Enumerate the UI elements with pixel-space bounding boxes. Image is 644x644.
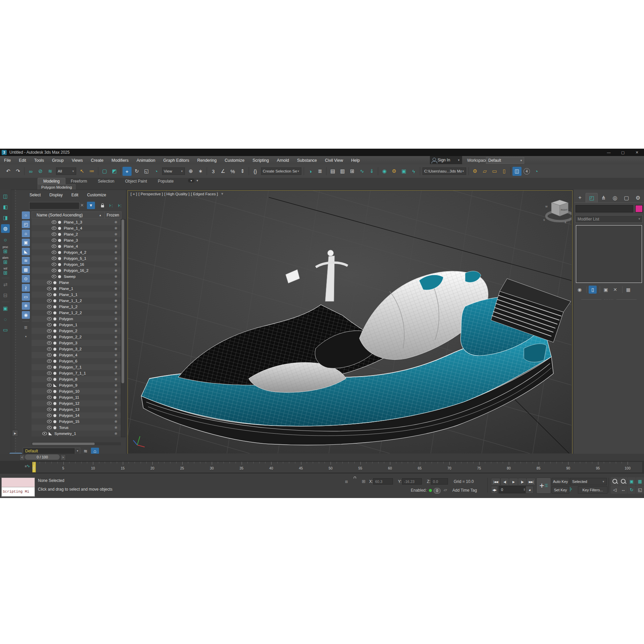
- scene-playback-button[interactable]: ◨: [1, 213, 10, 222]
- frozen-toggle-icon[interactable]: ❄: [114, 293, 117, 297]
- object-name[interactable]: Polygon_14: [59, 413, 80, 417]
- frozen-toggle-icon[interactable]: ❄: [114, 347, 117, 351]
- filter-list-view-button[interactable]: ≣: [22, 324, 30, 331]
- visibility-eye-icon[interactable]: [47, 311, 52, 314]
- scene-object-row[interactable]: Polygon_16_2❄: [32, 267, 121, 274]
- object-name[interactable]: Polygon_8: [59, 377, 77, 381]
- chevron-down-icon[interactable]: ▼: [75, 448, 80, 454]
- visibility-eye-icon[interactable]: [47, 281, 52, 284]
- menu-file[interactable]: File: [0, 156, 15, 164]
- scene-object-row[interactable]: Polygon_14❄: [32, 412, 121, 418]
- visibility-eye-icon[interactable]: [47, 371, 52, 375]
- menu-customize[interactable]: Customize: [220, 156, 248, 164]
- menu-substance[interactable]: Substance: [293, 156, 321, 164]
- select-and-link-button[interactable]: ∞: [26, 167, 35, 176]
- configure-modifier-sets-button[interactable]: ▦: [624, 286, 632, 294]
- vertical-scrollbar[interactable]: [121, 219, 126, 437]
- visibility-eye-icon[interactable]: [47, 384, 52, 387]
- visibility-eye-icon[interactable]: [47, 293, 52, 296]
- visibility-eye-icon[interactable]: [47, 426, 52, 429]
- menu-group[interactable]: Group: [48, 156, 68, 164]
- set-key-button[interactable]: Set Key: [552, 486, 569, 494]
- notification-count[interactable]: 0: [434, 488, 441, 494]
- layer-explorer-icon[interactable]: ≋: [84, 448, 88, 454]
- pan-button[interactable]: ↔: [619, 486, 627, 494]
- frozen-toggle-icon[interactable]: ❄: [114, 395, 117, 400]
- command-tab-display[interactable]: ▢: [621, 193, 632, 202]
- orbit-button[interactable]: ↻: [628, 486, 636, 494]
- hierarchy-view-icon[interactable]: ⌂: [91, 448, 99, 454]
- key-mode-toggle[interactable]: ◀▶: [491, 486, 498, 494]
- modifier-list-dropdown[interactable]: Modifier List ▼: [575, 215, 643, 223]
- visibility-eye-icon[interactable]: [52, 275, 56, 278]
- scene-object-row[interactable]: Plane_2❄: [32, 231, 121, 237]
- current-frame-field[interactable]: 0 ⇕: [499, 486, 527, 493]
- visibility-eye-icon[interactable]: [47, 317, 52, 320]
- filter-helpers-button[interactable]: ◣: [22, 248, 30, 255]
- select-and-manipulate-button[interactable]: ∗: [196, 167, 205, 176]
- menu-edit[interactable]: Edit: [15, 156, 30, 164]
- visibility-eye-icon[interactable]: [47, 402, 52, 405]
- scene-object-row[interactable]: Polygon_6❄: [32, 358, 121, 364]
- object-name[interactable]: Polygon_4_2: [64, 250, 86, 254]
- scene-explorer-a-button[interactable]: ◫: [1, 192, 10, 201]
- previous-range-button[interactable]: <: [19, 454, 25, 460]
- frozen-toggle-icon[interactable]: ❄: [114, 353, 117, 357]
- scene-object-row[interactable]: Plane_1_2_2❄: [32, 310, 121, 316]
- scene-script-editor-button[interactable]: ◧: [1, 203, 10, 211]
- menu-modifiers[interactable]: Modifiers: [107, 156, 133, 164]
- frozen-toggle-icon[interactable]: ❄: [114, 311, 117, 315]
- scene-script-save-button[interactable]: ▭: [490, 167, 499, 176]
- snaps-toggle-button[interactable]: 3: [209, 167, 218, 176]
- frozen-toggle-icon[interactable]: ❄: [114, 244, 117, 249]
- filter-frozen-button[interactable]: ❄: [22, 302, 30, 310]
- scrollbar-thumb[interactable]: [32, 443, 95, 445]
- visibility-eye-icon[interactable]: [47, 365, 52, 369]
- object-name[interactable]: Polygon_10: [59, 389, 80, 393]
- make-unique-button[interactable]: ▣: [602, 286, 610, 294]
- scene-object-row[interactable]: Polygon❄: [32, 316, 121, 322]
- selection-filter-dropdown[interactable]: All▼: [56, 167, 76, 175]
- filter-misc-button[interactable]: ▪: [22, 333, 30, 340]
- object-name[interactable]: Polygon: [59, 317, 73, 321]
- object-name[interactable]: Torus: [59, 426, 68, 430]
- scene-object-row[interactable]: Polygon_16❄: [32, 261, 121, 267]
- visibility-eye-icon[interactable]: [52, 257, 56, 260]
- frozen-toggle-icon[interactable]: ❄: [114, 432, 117, 436]
- scene-object-row[interactable]: Plane_1_1❄: [32, 292, 121, 298]
- menu-create[interactable]: Create: [87, 156, 108, 164]
- object-name[interactable]: Plane_1_2: [59, 305, 78, 309]
- rendered-frame-window-button[interactable]: ▣: [399, 167, 408, 176]
- visibility-eye-icon[interactable]: [47, 299, 52, 302]
- visibility-eye-icon[interactable]: [52, 245, 56, 248]
- scene-object-row[interactable]: Plane_3❄: [32, 237, 121, 243]
- macro-recorder-pane[interactable]: [2, 478, 35, 487]
- light-mixer-button[interactable]: ◌: [1, 315, 10, 324]
- pin-stack-button[interactable]: ◉: [576, 286, 584, 294]
- play-button[interactable]: ▶: [509, 478, 518, 486]
- y-coordinate-field[interactable]: -16.23: [402, 478, 422, 485]
- previous-frame-button[interactable]: ◀|: [500, 478, 509, 486]
- scene-object-row[interactable]: Sweep❄: [32, 274, 121, 280]
- display-preset-dropdown[interactable]: Default: [23, 448, 75, 454]
- menu-graph-editors[interactable]: Graph Editors: [159, 156, 193, 164]
- scene-object-row[interactable]: Plane_1_3❄: [32, 219, 121, 225]
- object-name-field[interactable]: [576, 205, 633, 212]
- next-range-button[interactable]: >: [60, 454, 66, 460]
- visibility-eye-icon[interactable]: [47, 353, 52, 357]
- ribbon-tab-freeform[interactable]: Freeform: [65, 178, 93, 184]
- light-analysis-button[interactable]: ☼: [1, 235, 10, 244]
- key-steps-icon[interactable]: ĵ‹: [570, 487, 572, 491]
- object-name[interactable]: Polygon_4: [59, 353, 77, 357]
- command-tab-motion[interactable]: ◎: [609, 193, 621, 202]
- collapse-tree-button[interactable]: ⊧:: [116, 202, 124, 209]
- object-name[interactable]: Plane_4: [64, 244, 78, 248]
- viewport-canvas[interactable]: RIGHT N E S W: [128, 191, 572, 453]
- visibility-eye-icon[interactable]: [47, 329, 52, 333]
- maxscript-mini-listener[interactable]: Scripting Mi: [1, 478, 35, 497]
- autobackup-count-button[interactable]: 4: [522, 167, 531, 176]
- zoom-extents-selected-button[interactable]: ▣: [628, 477, 636, 485]
- command-tab-modify[interactable]: ◰: [586, 193, 598, 202]
- modifier-stack[interactable]: [576, 225, 642, 283]
- toggle-layer-explorer-button[interactable]: ▥: [338, 167, 347, 176]
